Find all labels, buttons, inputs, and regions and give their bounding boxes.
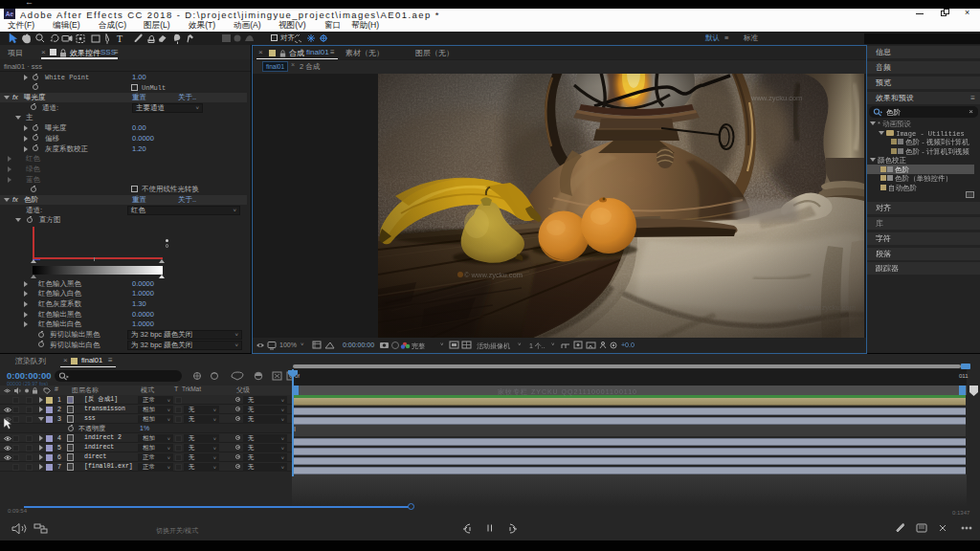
svg-text:T: T — [117, 33, 122, 44]
